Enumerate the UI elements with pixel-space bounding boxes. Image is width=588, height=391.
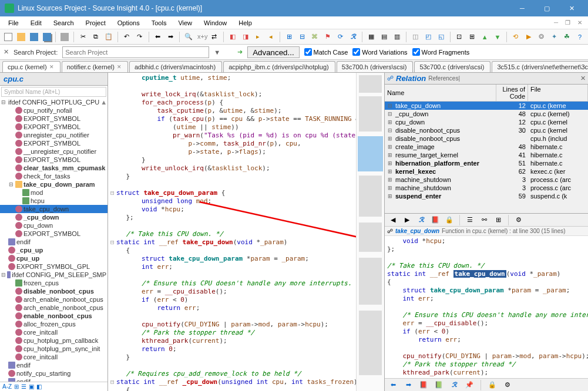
symbol-tree-item[interactable]: cpu_notify_nofail (0, 106, 107, 114)
cfg-c-icon[interactable]: ☘ (561, 31, 573, 43)
tab-close-icon[interactable]: ✕ (49, 64, 54, 70)
symbol-tree-item[interactable]: __unregister_cpu_notifier (0, 147, 107, 156)
menu-file[interactable]: File (2, 18, 25, 28)
cfg-a-icon[interactable]: ❂ (536, 31, 547, 43)
symbol-filter-input[interactable]: Symbol Name (Alt+L) (1, 87, 106, 97)
relation-row[interactable]: ⊞hibernation_platform_enter51hibernate.c (385, 159, 588, 167)
menu-help[interactable]: Help (233, 18, 258, 28)
maximize-button[interactable]: ▢ (535, 1, 559, 15)
file-tab[interactable]: notifier.c (kernel)✕ (62, 61, 128, 72)
relation-row[interactable]: ⊟disable_nonboot_cpus30cpu.c (kernel (385, 126, 588, 134)
new-icon[interactable] (2, 31, 14, 43)
symbol-tree-item[interactable]: ⊟ifdef CONFIG_HOTPLUG_CPU▲ (0, 98, 107, 106)
mdi-close[interactable]: ✕ (574, 19, 586, 26)
redo-icon[interactable]: ↷ (134, 31, 146, 43)
menu-search[interactable]: Search (48, 18, 80, 28)
ctx-gear2-icon[interactable]: ⚙ (502, 379, 513, 391)
ctx-link-icon[interactable]: ⚯ (478, 214, 490, 226)
ctx-book-icon[interactable]: 📕 (429, 214, 441, 226)
bookmark-icon[interactable]: ◧ (227, 31, 238, 43)
symbol-tree-item[interactable]: core_initcall (0, 353, 107, 361)
save-all-icon[interactable] (41, 31, 53, 43)
ctx-lock-icon[interactable]: 🔒 (443, 214, 455, 226)
file-tab[interactable]: cpu.c (kernel)✕ (2, 61, 61, 72)
ctx-pin-icon[interactable]: 📌 (463, 379, 475, 391)
file-tab[interactable]: 53c700.h (drivers\scsi) (337, 61, 414, 72)
search-close-icon[interactable]: ✕ (4, 48, 9, 56)
search-input[interactable] (62, 46, 209, 58)
cfg-b-icon[interactable]: ✦ (548, 31, 560, 43)
ctx-rel-icon[interactable]: ℛ (415, 214, 427, 226)
copy-icon[interactable]: ⧉ (90, 31, 102, 43)
symbol-tree-item[interactable]: EXPORT_SYMBOL (0, 156, 107, 164)
forward-icon[interactable]: ➡ (164, 31, 176, 43)
menu-view[interactable]: View (172, 18, 198, 28)
symbol-tree-item[interactable]: unregister_cpu_notifier (0, 131, 107, 139)
back-icon[interactable]: ⬅ (152, 31, 164, 43)
relation-close-icon[interactable]: ✕ (580, 75, 586, 82)
symbol-tree-item[interactable]: cpu_down (0, 221, 107, 230)
symbol-tree-item[interactable]: alloc_frozen_cpus (0, 320, 107, 328)
ctx-lock2-icon[interactable]: 🔒 (486, 379, 498, 391)
relation-row[interactable]: ⊞machine_shutdown3process.c (arc (385, 184, 588, 192)
ctx-gear-icon[interactable]: ⚙ (513, 214, 525, 226)
ctx-list-icon[interactable]: ☰ (464, 214, 476, 226)
menu-window[interactable]: Window (198, 18, 233, 28)
symbol-tree-item[interactable]: mod (0, 188, 107, 197)
relation-row[interactable]: ⊟_cpu_down48cpu.c (kernel) (385, 110, 588, 118)
print-icon[interactable] (59, 31, 70, 43)
symbol-tree-item[interactable]: endif (0, 238, 107, 246)
col-name[interactable]: Name (385, 85, 496, 101)
symbol-tree-item[interactable]: clear_tasks_mm_cpumask (0, 164, 107, 172)
relation-row[interactable]: ⊞create_image48hibernate.c (385, 143, 588, 151)
word-variations-checkbox[interactable]: Word Variations (352, 48, 407, 56)
refresh-icon[interactable]: ⟲ (510, 31, 522, 43)
symbol-tree-item[interactable]: EXPORT_SYMBOL (0, 230, 107, 238)
symbol-tree-item[interactable]: hcpu (0, 197, 107, 205)
close-button[interactable]: ✕ (560, 1, 583, 15)
cut-icon[interactable]: ✂ (77, 31, 89, 43)
code-editor[interactable]: cputime_t utime, stime; write_lock_irq(&… (108, 73, 385, 391)
context-code[interactable]: void *hcpu; }; /* Take this CPU down. */… (385, 236, 588, 378)
symbol-tree-item[interactable]: _cpu_down (0, 213, 107, 221)
match-case-checkbox[interactable]: Match Case (304, 48, 348, 56)
ctx-fwd-icon[interactable]: ▶ (401, 214, 413, 226)
relation-table[interactable]: Name Lines of Code File ⊟take_cpu_down12… (385, 85, 588, 213)
symbol-tree-item[interactable]: EXPORT_SYMBOL_GPL (0, 262, 107, 271)
ctx-nav-fwd-icon[interactable]: ➡ (402, 379, 414, 391)
ctx-back-icon[interactable]: ◀ (387, 214, 399, 226)
symbol-tree-item[interactable]: notify_cpu_starting (0, 369, 107, 377)
list-icon[interactable]: ☰ (21, 383, 26, 390)
sort-az-icon[interactable]: A-Z (2, 383, 12, 390)
next-bookmark-icon[interactable]: ▸ (253, 31, 264, 43)
find-icon[interactable]: 🔍 (183, 31, 194, 43)
symbol-tree-item[interactable]: check_for_tasks (0, 172, 107, 180)
relation-row[interactable]: ⊞disable_nonboot_cpuscpu.h (includ (385, 134, 588, 143)
tool-e-icon[interactable]: ⟳ (335, 31, 347, 43)
symbol-tree-item[interactable]: cpu_hotplug_pm_callback (0, 336, 107, 345)
layout-c-icon[interactable]: ▥ (391, 31, 403, 43)
grid-icon[interactable]: ▣ (29, 383, 34, 390)
ctx-rel2-icon[interactable]: ℛ (448, 379, 460, 391)
relation-row[interactable]: ⊞resume_target_kernel41hibernate.c (385, 151, 588, 159)
symbol-tree-item[interactable]: arch_enable_nonboot_cpus (0, 304, 107, 312)
file-tab[interactable]: acpiphp_ibm.c (drivers\pci\hotplug) (223, 61, 335, 72)
tool-d-icon[interactable]: ⚑ (322, 31, 334, 43)
tab-close-icon[interactable]: ✕ (117, 64, 122, 70)
symbol-tree-item[interactable]: disable_nonboot_cpus (0, 287, 107, 295)
view-b-icon[interactable]: ⊞ (466, 31, 478, 43)
symbol-tree-item[interactable]: take_cpu_down (0, 205, 107, 213)
tool-b-icon[interactable]: ⊟ (296, 31, 308, 43)
open-icon[interactable] (15, 31, 27, 43)
view-d-icon[interactable]: ▼ (492, 31, 503, 43)
relation-row[interactable]: ⊞machine_shutdown3process.c (arc (385, 176, 588, 184)
search-dropdown-icon[interactable]: ▼ (214, 49, 221, 56)
help-icon[interactable]: ? (574, 31, 586, 43)
file-tab[interactable]: adbhid.c (drivers\macintosh) (129, 61, 222, 72)
panel-c-icon[interactable]: ◱ (435, 31, 447, 43)
col-loc[interactable]: Lines of Code (496, 85, 528, 101)
symbol-tree-item[interactable]: endif (0, 361, 107, 369)
symbol-tree-item[interactable]: core_initcall (0, 328, 107, 336)
symbol-tree-item[interactable]: _cpu_up (0, 246, 107, 254)
expand-icon[interactable]: ⊞ (14, 383, 19, 390)
